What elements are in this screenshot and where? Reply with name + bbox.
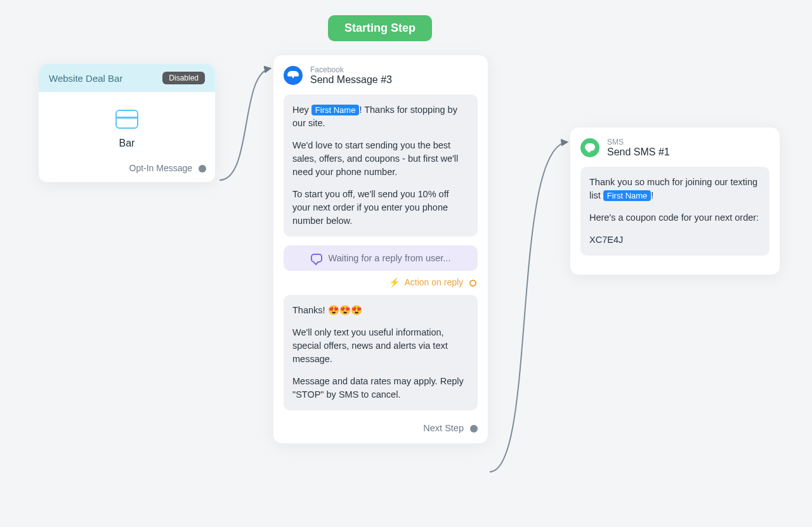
output-port[interactable] [199, 165, 206, 172]
node-header: Website Deal Bar Disabled [39, 64, 215, 92]
messenger-icon [284, 66, 303, 85]
chat-bubble-icon [311, 254, 322, 263]
node-header: SMS Send SMS #1 [580, 138, 769, 158]
browser-bar-icon [115, 110, 138, 129]
connector-nextstep-to-sms [486, 136, 575, 478]
sms-icon [580, 138, 599, 157]
node-website-deal-bar[interactable]: Website Deal Bar Disabled Bar Opt-In Mes… [38, 63, 216, 183]
action-on-reply-row[interactable]: ⚡ Action on reply [284, 277, 478, 287]
status-badge: Disabled [162, 72, 205, 84]
node-body: Bar [39, 92, 215, 158]
node-header: Facebook Send Message #3 [284, 65, 478, 86]
node-title: Send SMS #1 [607, 146, 670, 158]
node-title: Website Deal Bar [49, 73, 122, 84]
message-block-2[interactable]: Thanks! 😍😍😍 We'll only text you useful i… [284, 295, 478, 410]
starting-step-pill: Starting Step [328, 15, 432, 41]
output-port[interactable] [470, 425, 478, 433]
merge-tag-first-name[interactable]: First Name [311, 105, 360, 115]
connector-optin-to-message [214, 55, 278, 188]
node-send-message[interactable]: Facebook Send Message #3 Hey First Name!… [273, 55, 488, 444]
node-output-row[interactable]: Next Step [284, 419, 478, 433]
action-port[interactable] [469, 280, 476, 287]
merge-tag-first-name[interactable]: First Name [603, 190, 652, 201]
message-block-1[interactable]: Hey First Name! Thanks for stopping by o… [284, 94, 478, 237]
channel-label: Facebook [310, 65, 392, 74]
output-label: Opt-In Message [129, 163, 193, 173]
sms-message-block[interactable]: Thank you so much for joining our textin… [580, 167, 769, 256]
bolt-icon: ⚡ [389, 277, 400, 287]
channel-label: SMS [607, 138, 670, 146]
bar-label: Bar [49, 138, 205, 149]
node-output-row[interactable]: Opt-In Message [39, 158, 215, 182]
output-label: Next Step [423, 423, 464, 433]
waiting-for-reply-block[interactable]: Waiting for a reply from user... [284, 245, 478, 271]
node-send-sms[interactable]: SMS Send SMS #1 Thank you so much for jo… [570, 127, 780, 275]
node-title: Send Message #3 [310, 74, 392, 86]
